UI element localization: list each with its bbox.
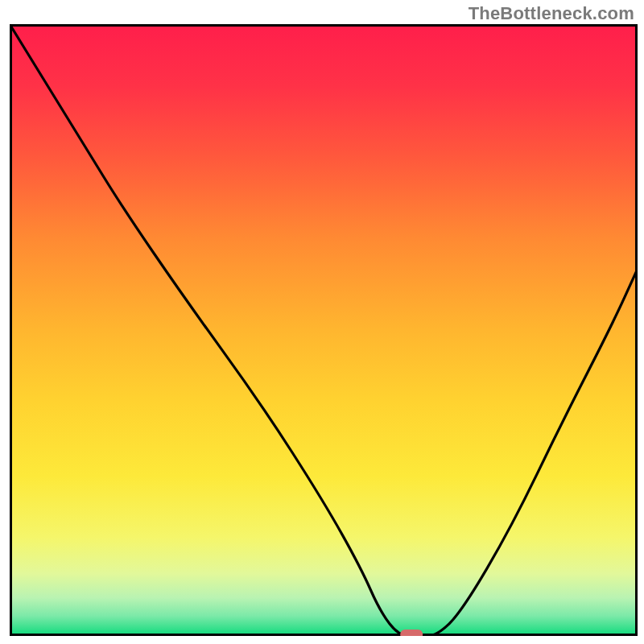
chart-stage: TheBottleneck.com — [0, 0, 644, 644]
watermark-text: TheBottleneck.com — [469, 3, 634, 24]
bottleneck-chart — [10, 24, 638, 636]
optimal-marker — [400, 630, 423, 636]
plot-background — [11, 26, 636, 634]
